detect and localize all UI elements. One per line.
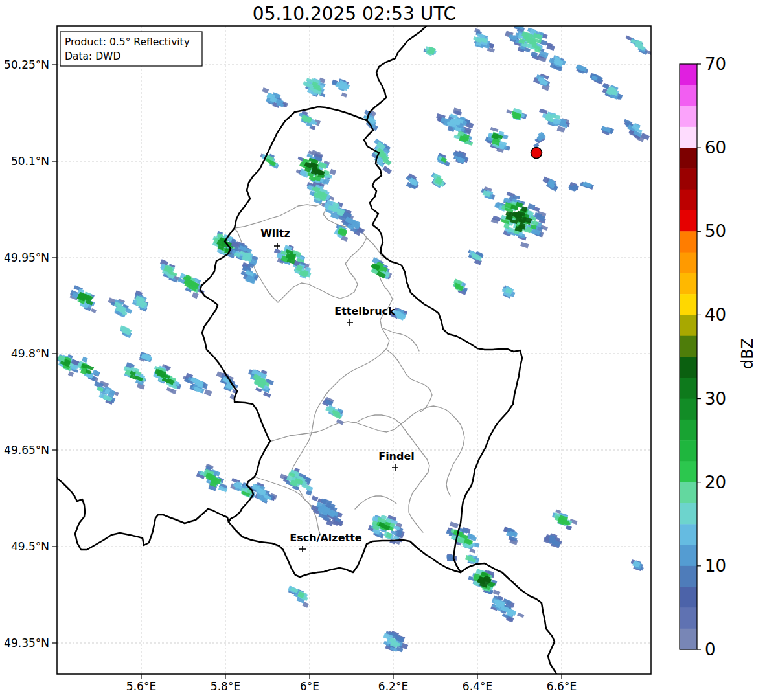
colorbar-band: [680, 399, 697, 420]
colorbar-band: [680, 336, 697, 357]
colorbar-tick-label: 10: [705, 556, 726, 576]
radar-echo-cluster: [293, 260, 311, 278]
colorbar-tick-label: 50: [705, 221, 726, 241]
radar-echo-cluster: [299, 111, 321, 130]
radar-echo-cluster: [423, 46, 437, 56]
radar-echo-cluster: [436, 107, 474, 135]
radar-echo-cluster: [174, 273, 205, 299]
radar-echo-cluster: [631, 559, 644, 571]
radar-echo-bin: [450, 521, 459, 528]
radar-echo-cluster: [322, 397, 344, 425]
colorbar-band: [680, 440, 697, 462]
radar-echo-bin: [517, 613, 525, 618]
colorbar-band: [680, 545, 697, 567]
radar-figure: 05.10.2025 02:53 UTC WiltzEttelbruckFind…: [0, 0, 767, 700]
radar-echo-cluster: [132, 290, 148, 311]
colorbar-band: [680, 461, 697, 482]
radar-echo-bin: [262, 87, 269, 93]
radar-echo-cluster: [490, 589, 524, 622]
radar-echo-cluster: [503, 526, 518, 545]
district-borders: [235, 203, 464, 541]
radar-echo-bin: [493, 589, 501, 595]
radar-echo-cluster: [437, 153, 450, 166]
radar-echo-cluster: [601, 126, 614, 135]
district-border-line: [356, 415, 429, 532]
radar-echo-bin: [91, 308, 97, 313]
radar-echo-cluster: [542, 177, 558, 192]
radar-echo-cluster: [446, 521, 480, 553]
radar-echo-cluster: [241, 265, 259, 284]
radar-echo-cluster: [303, 78, 325, 97]
radar-echo-cluster: [153, 364, 181, 394]
radar-echo-cluster: [473, 28, 494, 53]
radar-echo-cluster: [505, 24, 555, 62]
radar-echo-cluster: [453, 150, 468, 164]
radar-echo-cluster: [552, 510, 577, 530]
colorbar-band: [680, 566, 697, 587]
colorbar-tick-label: 70: [705, 54, 726, 74]
radar-echo-cluster: [371, 139, 392, 174]
radar-echo-cluster: [539, 109, 570, 133]
radar-echo-cluster: [502, 286, 516, 299]
colorbar-band: [680, 420, 697, 441]
radar-echo-cluster: [468, 250, 483, 265]
colorbar-band: [680, 503, 697, 525]
radar-echo-cluster: [108, 297, 132, 317]
radar-echo-cluster: [332, 78, 350, 97]
radar-echo-cluster: [94, 381, 119, 405]
radar-echo-cluster: [123, 362, 146, 390]
radar-echo-cluster: [248, 369, 274, 398]
radar-echo-cluster: [533, 74, 550, 91]
product-info-box: Product: 0.5° Reflectivity Data: DWD: [60, 32, 202, 66]
district-border-line: [355, 496, 396, 509]
city-labels: WiltzEttelbruckFindelEsch/Alzette: [260, 227, 415, 552]
colorbar-band: [680, 629, 697, 650]
city-label: Ettelbruck: [334, 305, 395, 317]
y-tick-label: 49.35°N: [4, 637, 49, 649]
x-tick-label: 5.6°E: [126, 680, 156, 693]
radar-echo-bin: [470, 548, 476, 554]
city-label: Findel: [378, 450, 415, 462]
y-tick-label: 49.5°N: [11, 540, 49, 553]
radar-echo-bin: [263, 392, 271, 398]
city-label: Esch/Alzette: [290, 532, 362, 544]
colorbar-band: [680, 315, 697, 336]
radar-echo-cluster: [576, 64, 588, 73]
radar-echo-bin: [82, 357, 88, 363]
radar-echo-bin: [341, 93, 348, 98]
colorbar-band: [680, 587, 697, 608]
y-axis: 50.25°N50.1°N49.95°N49.8°N49.65°N49.5°N4…: [4, 58, 57, 649]
radar-echo-cluster: [406, 174, 419, 190]
colorbar-band: [680, 168, 697, 190]
radar-echo-cluster: [580, 181, 594, 189]
x-tick-label: 6.6°E: [547, 680, 577, 693]
radar-echo-cluster: [491, 192, 548, 249]
radar-echo-cluster: [602, 83, 623, 100]
radar-echo-cluster: [383, 631, 408, 652]
radar-echo-bin: [520, 242, 529, 249]
radar-echo-cluster: [288, 585, 309, 607]
radar-echo-cluster: [543, 533, 562, 548]
radar-echo-cluster: [506, 108, 527, 120]
colorbar: 706050403020100: [680, 54, 726, 659]
radar-echo-cluster: [262, 87, 288, 108]
radar-echo-bin: [204, 389, 212, 396]
radar-echo-bin: [382, 166, 391, 174]
x-axis: 5.6°E5.8°E6°E6.2°E6.4°E6.6°E: [126, 674, 577, 693]
radar-echo-bin: [312, 495, 319, 501]
y-tick-label: 50.1°N: [11, 155, 49, 168]
colorbar-band: [680, 378, 697, 399]
colorbar-tick-label: 30: [705, 389, 726, 409]
colorbar-band: [680, 524, 697, 545]
radar-echo-cluster: [280, 468, 313, 495]
radar-echo-cluster: [446, 554, 456, 561]
colorbar-band: [680, 294, 697, 315]
colorbar-tick-label: 60: [705, 138, 726, 157]
radar-echo-bin: [490, 127, 499, 132]
radar-echo-cluster: [431, 172, 446, 188]
radar-echo-cluster: [485, 127, 510, 153]
radar-echo-cluster: [196, 464, 227, 492]
radar-echo-bin: [68, 371, 74, 377]
colorbar-band: [680, 231, 697, 253]
y-tick-label: 49.95°N: [4, 251, 49, 264]
